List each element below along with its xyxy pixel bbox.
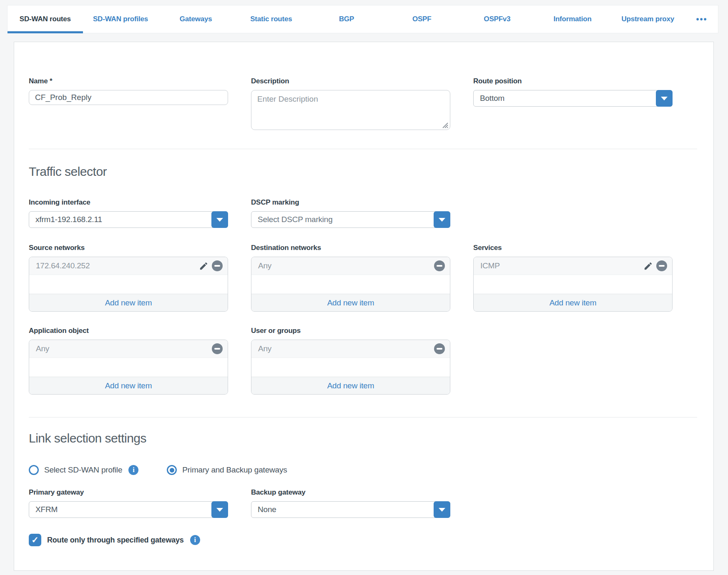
services-listbox: ICMP Add new item — [473, 257, 673, 312]
route-position-select[interactable]: Bottom — [473, 90, 673, 107]
remove-icon[interactable] — [212, 343, 223, 354]
radio-primary-backup-gateways-label: Primary and Backup gateways — [182, 465, 287, 475]
add-new-item-button[interactable]: Add new item — [251, 294, 450, 311]
add-new-item-button[interactable]: Add new item — [29, 377, 228, 394]
dscp-marking-placeholder: Select DSCP marking — [251, 215, 434, 224]
services-label: Services — [473, 244, 673, 252]
incoming-interface-select[interactable]: xfrm1-192.168.2.11 — [29, 211, 228, 228]
chevron-down-icon[interactable] — [211, 501, 228, 518]
gateway-selects-row: Primary gateway XFRM Backup gateway None — [29, 488, 697, 518]
traffic-selects-row: Incoming interface xfrm1-192.168.2.11 DS… — [29, 198, 697, 228]
description-textarea[interactable] — [251, 90, 450, 130]
tab-upstream-proxy[interactable]: Upstream proxy — [610, 5, 685, 33]
tab-gateways[interactable]: Gateways — [158, 5, 233, 33]
source-networks-label: Source networks — [29, 244, 228, 252]
remove-icon[interactable] — [434, 260, 445, 271]
tab-bar: SD-WAN routes SD-WAN profiles Gateways S… — [7, 5, 718, 33]
backup-gateway-label: Backup gateway — [251, 488, 450, 497]
link-selection-heading: Link selection settings — [29, 431, 697, 446]
dscp-marking-select[interactable]: Select DSCP marking — [251, 211, 450, 228]
route-position-value: Bottom — [474, 94, 656, 103]
add-new-item-button[interactable]: Add new item — [251, 377, 450, 394]
list-item-value: Any — [258, 261, 434, 270]
destination-networks-label: Destination networks — [251, 244, 450, 252]
list-empty-area — [251, 275, 450, 294]
tab-sd-wan-profiles[interactable]: SD-WAN profiles — [83, 5, 158, 33]
chevron-down-icon[interactable] — [434, 501, 450, 518]
tab-bgp[interactable]: BGP — [309, 5, 384, 33]
source-networks-listbox: 172.64.240.252 Add new item — [29, 257, 228, 312]
primary-gateway-field-group: Primary gateway XFRM — [29, 488, 228, 518]
primary-gateway-label: Primary gateway — [29, 488, 228, 497]
backup-gateway-field-group: Backup gateway None — [251, 488, 450, 518]
tab-ospf[interactable]: OSPF — [384, 5, 459, 33]
radio-select-sd-wan-profile[interactable] — [29, 465, 39, 475]
tab-information[interactable]: Information — [535, 5, 610, 33]
backup-gateway-value: None — [251, 505, 434, 514]
list-item-value: Any — [258, 344, 434, 353]
edit-icon[interactable] — [199, 261, 208, 271]
description-label: Description — [251, 77, 450, 85]
user-or-groups-label: User or groups — [251, 327, 450, 335]
list-item: ICMP — [474, 257, 672, 275]
link-mode-radio-group: Select SD-WAN profile Primary and Backup… — [29, 465, 697, 475]
tab-overflow-menu-icon[interactable]: ••• — [685, 5, 718, 33]
add-new-item-button[interactable]: Add new item — [29, 294, 228, 311]
dscp-marking-label: DSCP marking — [251, 198, 450, 207]
remove-icon[interactable] — [656, 260, 667, 271]
radio-primary-backup-gateways[interactable] — [167, 465, 177, 475]
destination-networks-listbox: Any Add new item — [251, 257, 450, 312]
networks-row: Source networks 172.64.240.252 Add new i… — [29, 244, 697, 312]
traffic-selector-heading: Traffic selector — [29, 164, 697, 179]
chevron-down-icon[interactable] — [211, 211, 228, 228]
section-divider — [29, 149, 697, 149]
user-or-groups-field-group: User or groups Any Add new item — [251, 327, 450, 395]
remove-icon[interactable] — [212, 260, 223, 271]
list-empty-area — [29, 275, 228, 294]
name-input[interactable] — [29, 90, 228, 105]
source-networks-field-group: Source networks 172.64.240.252 Add new i… — [29, 244, 228, 312]
section-divider — [29, 417, 697, 418]
list-item-value: Any — [36, 344, 212, 353]
primary-gateway-value: XFRM — [29, 505, 211, 514]
list-empty-area — [251, 358, 450, 377]
route-form-card: Name * Description Route position Bottom — [14, 42, 714, 571]
chevron-down-icon[interactable] — [434, 211, 450, 228]
route-position-label: Route position — [473, 77, 673, 85]
name-field-group: Name * — [29, 77, 228, 132]
radio-select-sd-wan-profile-label: Select SD-WAN profile — [44, 465, 122, 475]
name-label: Name * — [29, 77, 228, 85]
list-item: Any — [29, 340, 228, 358]
list-empty-area — [474, 275, 672, 294]
edit-icon[interactable] — [643, 261, 653, 271]
add-new-item-button[interactable]: Add new item — [474, 294, 672, 311]
info-icon[interactable] — [128, 465, 138, 475]
user-or-groups-listbox: Any Add new item — [251, 340, 450, 395]
general-fields-row: Name * Description Route position Bottom — [29, 77, 697, 132]
sd-wan-route-edit-page: SD-WAN routes SD-WAN profiles Gateways S… — [0, 0, 728, 575]
app-user-row: Application object Any Add new item User… — [29, 327, 697, 395]
list-empty-area — [29, 358, 228, 377]
application-object-label: Application object — [29, 327, 228, 335]
application-object-listbox: Any Add new item — [29, 340, 228, 395]
backup-gateway-select[interactable]: None — [251, 501, 450, 518]
list-item: Any — [251, 257, 450, 275]
incoming-interface-label: Incoming interface — [29, 198, 228, 207]
dscp-marking-field-group: DSCP marking Select DSCP marking — [251, 198, 450, 228]
services-field-group: Services ICMP Add new item — [473, 244, 673, 312]
destination-networks-field-group: Destination networks Any Add new item — [251, 244, 450, 312]
description-field-group: Description — [251, 77, 450, 132]
remove-icon[interactable] — [434, 343, 445, 354]
chevron-down-icon[interactable] — [656, 90, 673, 107]
info-icon[interactable] — [190, 535, 200, 545]
tab-ospfv3[interactable]: OSPFv3 — [459, 5, 535, 33]
list-item-value: ICMP — [480, 261, 643, 270]
route-only-checkbox[interactable] — [29, 534, 41, 546]
route-only-row: Route only through specified gateways — [29, 534, 697, 546]
list-item-value: 172.64.240.252 — [36, 261, 199, 270]
tab-sd-wan-routes[interactable]: SD-WAN routes — [8, 5, 83, 33]
application-object-field-group: Application object Any Add new item — [29, 327, 228, 395]
route-position-field-group: Route position Bottom — [473, 77, 673, 132]
primary-gateway-select[interactable]: XFRM — [29, 501, 228, 518]
tab-static-routes[interactable]: Static routes — [233, 5, 309, 33]
